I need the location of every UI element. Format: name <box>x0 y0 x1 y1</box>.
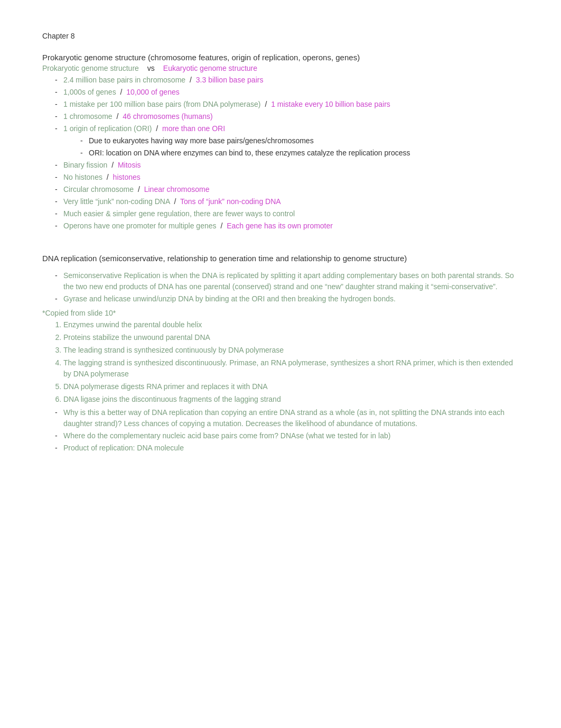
bullet-pro: Binary fission <box>63 161 107 169</box>
list-item: Operons have one promoter for multiple g… <box>55 220 519 232</box>
bullet-euk: more than one ORI <box>162 124 225 133</box>
bullet-text: Product of replication: DNA molecule <box>63 444 184 452</box>
list-item: Very little “junk” non-coding DNA / Tons… <box>55 196 519 207</box>
bullet-text: Semiconservative Replication is when the… <box>63 271 514 291</box>
list-item: 1 mistake per 100 million base pairs (fr… <box>55 99 519 110</box>
bullet-pro: No histones <box>63 173 102 181</box>
bullet-text: Gyrase and helicase unwind/unzip DNA by … <box>63 294 396 303</box>
section1-bullet-list: 2.4 million base pairs in chromosome / 3… <box>42 75 519 232</box>
list-item: Where do the complementary nucleic acid … <box>55 430 519 441</box>
bullet-euk: histones <box>113 173 141 181</box>
list-item: 1 origin of replication (ORI) / more tha… <box>55 123 519 159</box>
bullet-pro: Much easier & simpler gene regulation, t… <box>63 209 295 218</box>
section2-heading: DNA replication (semiconservative, relat… <box>42 253 519 265</box>
bullet-text: Where do the complementary nucleic acid … <box>63 431 390 440</box>
list-item: The lagging strand is synthesized discon… <box>63 357 519 380</box>
list-item: Binary fission / Mitosis <box>55 160 519 171</box>
list-item: Circular chromosome / Linear chromosome <box>55 184 519 195</box>
bullet-pro: Circular chromosome <box>63 185 134 193</box>
list-item: Why is this a better way of DNA replicat… <box>55 407 519 429</box>
sub-list-item: Due to eukaryotes having way more base p… <box>80 135 519 146</box>
list-item: DNA polymerase digests RNA primer and re… <box>63 381 519 392</box>
list-item: No histones / histones <box>55 172 519 183</box>
bullet-pro: Very little “junk” non-coding DNA <box>63 197 170 206</box>
vs-text: vs <box>147 64 155 72</box>
bullet-euk: 46 chromosomes (humans) <box>123 112 212 121</box>
sub-bullet-list: Due to eukaryotes having way more base p… <box>63 135 519 159</box>
bullet-pro: 1,000s of genes <box>63 88 116 96</box>
bullet-euk: Mitosis <box>118 161 141 169</box>
section2-extra-bullets: Why is this a better way of DNA replicat… <box>42 407 519 454</box>
compare-row: Prokaryotic genome structure vs Eukaryot… <box>42 64 519 72</box>
list-item: The leading strand is synthesized contin… <box>63 345 519 356</box>
chapter-label: Chapter 8 <box>42 32 519 40</box>
list-item: Much easier & simpler gene regulation, t… <box>55 208 519 219</box>
pro-label: Prokaryotic genome structure <box>42 64 139 72</box>
list-item: 1 chromosome / 46 chromosomes (humans) <box>55 111 519 122</box>
section2: DNA replication (semiconservative, relat… <box>42 253 519 454</box>
bullet-euk: 1 mistake every 10 billion base pairs <box>271 100 390 108</box>
list-item: Gyrase and helicase unwind/unzip DNA by … <box>55 293 519 305</box>
list-item: Semiconservative Replication is when the… <box>55 270 519 292</box>
section1-heading: Prokaryotic genome structure (chromosome… <box>42 53 519 62</box>
bullet-euk: Each gene has its own promoter <box>227 222 333 230</box>
sub-item-text: Due to eukaryotes having way more base p… <box>89 136 314 145</box>
bullet-pro: 2.4 million base pairs in chromosome <box>63 76 185 84</box>
euk-label: Eukaryotic genome structure <box>163 64 257 72</box>
bullet-euk: Linear chromosome <box>144 185 210 193</box>
bullet-euk: Tons of “junk” non-coding DNA <box>180 197 281 206</box>
section2-bullet-list: Semiconservative Replication is when the… <box>42 270 519 305</box>
sub-list-item: ORI: location on DNA where enzymes can b… <box>80 148 519 159</box>
bullet-text: Why is this a better way of DNA replicat… <box>63 408 504 428</box>
list-item: Enzymes unwind the parental double helix <box>63 319 519 330</box>
bullet-pro: 1 origin of replication (ORI) <box>63 124 152 133</box>
copied-note: *Copied from slide 10* <box>42 309 519 317</box>
list-item: DNA ligase joins the discontinuous fragm… <box>63 394 519 405</box>
bullet-euk: 10,000 of genes <box>126 88 179 96</box>
bullet-pro: 1 chromosome <box>63 112 113 121</box>
list-item: 2.4 million base pairs in chromosome / 3… <box>55 75 519 86</box>
list-item: 1,000s of genes / 10,000 of genes <box>55 87 519 98</box>
list-item: Product of replication: DNA molecule <box>55 443 519 454</box>
bullet-pro: Operons have one promoter for multiple g… <box>63 222 217 230</box>
list-item: Proteins stabilize the unwound parental … <box>63 332 519 343</box>
bullet-euk: 3.3 billion base pairs <box>196 76 264 84</box>
bullet-pro: 1 mistake per 100 million base pairs (fr… <box>63 100 260 108</box>
numbered-list: Enzymes unwind the parental double helix… <box>42 319 519 405</box>
sub-item-text: ORI: location on DNA where enzymes can b… <box>89 149 410 157</box>
